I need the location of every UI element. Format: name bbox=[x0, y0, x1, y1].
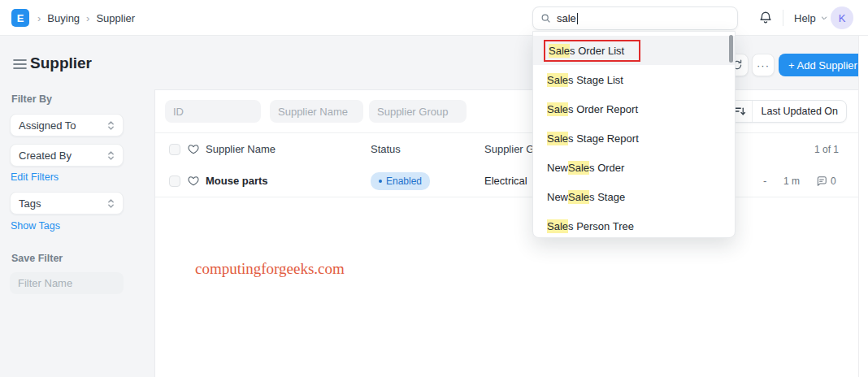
global-search-input[interactable]: sale bbox=[532, 6, 738, 30]
chevron-updown-icon bbox=[107, 120, 115, 131]
supplier-name-link[interactable]: Mouse parts bbox=[206, 165, 268, 197]
more-options-button[interactable]: ··· bbox=[752, 54, 775, 76]
column-filter-row: Last Updated On bbox=[155, 90, 858, 133]
select-all-checkbox[interactable] bbox=[169, 144, 180, 155]
last-modified-value: 1 m bbox=[783, 165, 800, 197]
search-match-highlight: Sale bbox=[547, 102, 568, 116]
help-label: Help bbox=[794, 12, 816, 24]
column-header-status[interactable]: Status bbox=[371, 133, 401, 165]
chevron-right-icon: › bbox=[86, 12, 89, 24]
dropdown-scrollbar-thumb[interactable] bbox=[729, 35, 733, 63]
supplier-list-panel: Last Updated On Supplier Name Status Sup… bbox=[154, 89, 858, 377]
list-header-row: Supplier Name Status Supplier Group 1 of… bbox=[155, 133, 858, 165]
edit-filters-link[interactable]: Edit Filters bbox=[11, 171, 59, 183]
search-match-highlight: Sale bbox=[547, 73, 568, 87]
heart-icon[interactable] bbox=[187, 143, 200, 156]
search-result-sales-order-list[interactable]: Sales Order List bbox=[533, 36, 735, 65]
help-menu[interactable]: Help bbox=[794, 0, 828, 36]
sort-descending-icon bbox=[734, 106, 746, 117]
save-filter-label: Save Filter bbox=[11, 253, 63, 264]
status-badge: Enabled bbox=[371, 165, 430, 197]
breadcrumb-buying[interactable]: Buying bbox=[47, 12, 80, 24]
search-icon bbox=[540, 13, 551, 24]
window-scrollbar[interactable] bbox=[858, 0, 868, 377]
created-by-label: Created By bbox=[19, 150, 72, 162]
assigned-to-label: Assigned To bbox=[19, 119, 76, 132]
annotation-red-box: Sales Order List bbox=[544, 40, 640, 62]
navbar: E › Buying › Supplier sale Help K bbox=[0, 0, 868, 36]
page-title: Supplier bbox=[30, 54, 92, 72]
search-match-highlight: Sale bbox=[549, 44, 570, 58]
result-count: 1 of 1 bbox=[814, 133, 839, 165]
search-result-new-sales-order[interactable]: New Sales Order bbox=[533, 153, 735, 182]
supplier-name-filter-input[interactable] bbox=[270, 100, 363, 123]
avatar[interactable]: K bbox=[831, 6, 853, 29]
tags-label: Tags bbox=[19, 197, 41, 210]
created-by-select[interactable]: Created By bbox=[10, 144, 124, 167]
show-tags-link[interactable]: Show Tags bbox=[11, 220, 60, 232]
supplier-group-filter-input[interactable] bbox=[369, 100, 467, 123]
erpnext-logo[interactable]: E bbox=[11, 9, 29, 27]
assigned-value: - bbox=[763, 165, 766, 197]
row-checkbox[interactable] bbox=[169, 176, 180, 187]
breadcrumb-supplier[interactable]: Supplier bbox=[96, 12, 135, 24]
tags-select[interactable]: Tags bbox=[10, 192, 124, 214]
comment-icon bbox=[816, 176, 827, 187]
search-match-highlight: Sale bbox=[568, 190, 589, 204]
chevron-updown-icon bbox=[107, 150, 115, 161]
status-dot bbox=[379, 180, 382, 183]
chevron-updown-icon bbox=[107, 198, 115, 209]
sidebar-toggle-icon[interactable] bbox=[13, 58, 27, 70]
supplier-group-value: Electrical bbox=[484, 165, 527, 197]
breadcrumb: › Buying › Supplier bbox=[37, 0, 135, 36]
search-result-sales-stage-list[interactable]: Sales Stage List bbox=[533, 65, 735, 94]
comment-count[interactable]: 0 bbox=[816, 165, 836, 197]
search-query-text: sale bbox=[557, 12, 576, 24]
navbar-divider bbox=[783, 10, 783, 26]
sort-controls: Last Updated On bbox=[727, 100, 847, 123]
search-result-sales-stage-report[interactable]: Sales Stage Report bbox=[533, 124, 735, 153]
search-match-highlight: Sale bbox=[547, 219, 568, 233]
sort-field-button[interactable]: Last Updated On bbox=[753, 101, 846, 122]
filter-by-label: Filter By bbox=[11, 93, 52, 105]
filter-name-input[interactable] bbox=[10, 272, 124, 294]
chevron-right-icon: › bbox=[37, 12, 41, 24]
table-row[interactable]: Mouse parts Enabled Electrical - 1 m 0 bbox=[155, 165, 858, 197]
column-header-supplier-name[interactable]: Supplier Name bbox=[206, 133, 276, 165]
search-result-sales-order-report[interactable]: Sales Order Report bbox=[533, 94, 735, 124]
search-result-new-sales-stage[interactable]: New Sales Stage bbox=[533, 182, 735, 211]
id-filter-input[interactable] bbox=[165, 100, 261, 123]
search-results-dropdown: Sales Order List Sales Stage List Sales … bbox=[532, 31, 736, 238]
text-caret bbox=[577, 13, 578, 24]
assigned-to-select[interactable]: Assigned To bbox=[10, 114, 124, 136]
bell-icon[interactable] bbox=[758, 11, 775, 27]
watermark-text: computingforgeeks.com bbox=[195, 260, 345, 278]
add-supplier-button[interactable]: + Add Supplier bbox=[779, 54, 867, 76]
chevron-down-icon bbox=[820, 14, 828, 22]
heart-icon[interactable] bbox=[187, 175, 200, 188]
search-match-highlight: Sale bbox=[568, 161, 589, 175]
ellipsis-icon: ··· bbox=[757, 59, 770, 72]
search-match-highlight: Sale bbox=[547, 132, 568, 145]
search-result-sales-person-tree[interactable]: Sales Person Tree bbox=[533, 211, 735, 238]
